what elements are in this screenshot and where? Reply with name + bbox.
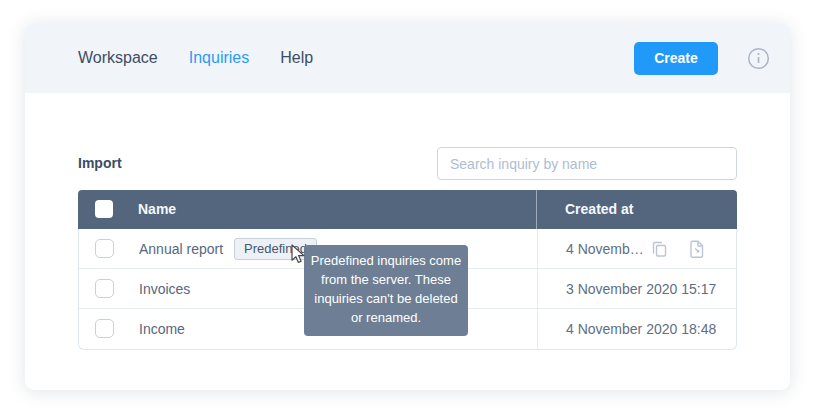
inquiry-name: Annual report: [139, 229, 223, 269]
created-at-value: 4 November 2020 18:48: [566, 309, 716, 349]
predefined-tooltip: Predefined inquiries come from the serve…: [304, 245, 468, 336]
row-checkbox[interactable]: [95, 279, 114, 298]
app-window: Workspace Inquiries Help Create Import N…: [0, 0, 814, 414]
top-navigation: Workspace Inquiries Help Create: [25, 23, 790, 93]
toolbar-row: Import: [78, 147, 737, 180]
column-header-created-at[interactable]: Created at: [565, 190, 633, 229]
nav-workspace[interactable]: Workspace: [78, 49, 158, 67]
nav-inquiries[interactable]: Inquiries: [189, 49, 249, 67]
created-at-value: 3 November 2020 15:17: [566, 269, 716, 309]
copy-icon[interactable]: [650, 240, 669, 263]
main-nav: Workspace Inquiries Help: [78, 49, 313, 67]
create-button[interactable]: Create: [634, 42, 718, 75]
import-label: Import: [78, 155, 122, 171]
row-checkbox[interactable]: [95, 239, 114, 258]
column-header-name[interactable]: Name: [138, 190, 176, 229]
search-input[interactable]: [437, 147, 737, 180]
header-column-divider: [536, 190, 537, 229]
table-header: Name Created at: [78, 190, 737, 229]
inquiry-name: Income: [139, 309, 185, 349]
select-all-checkbox[interactable]: [95, 200, 113, 218]
mouse-cursor-icon: [290, 244, 310, 268]
created-at-value: 4 Novemb…: [566, 229, 644, 269]
file-export-icon[interactable]: [688, 240, 705, 263]
row-checkbox[interactable]: [95, 319, 114, 338]
nav-help[interactable]: Help: [280, 49, 313, 67]
inquiry-name: Invoices: [139, 269, 190, 309]
info-icon[interactable]: [747, 47, 770, 70]
